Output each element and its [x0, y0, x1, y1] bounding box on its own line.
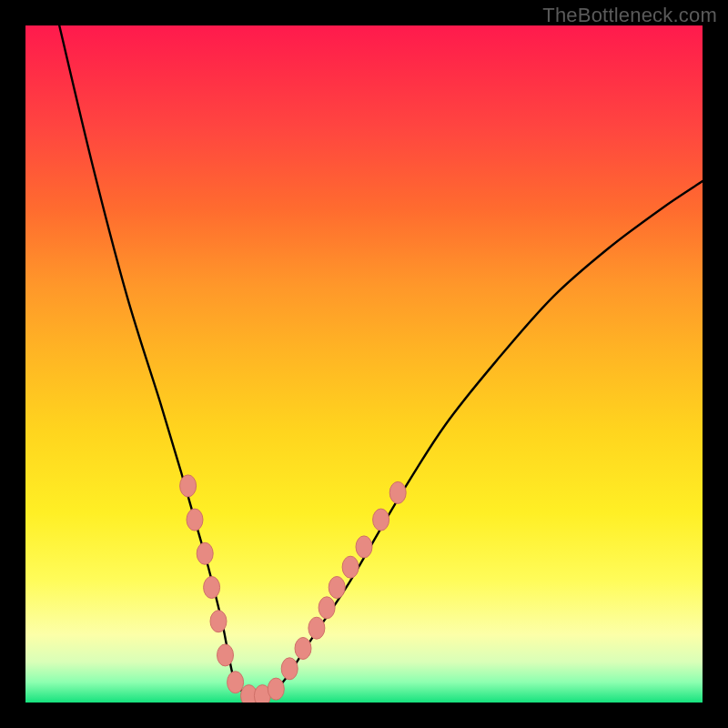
marker-point	[342, 556, 359, 578]
marker-point	[187, 509, 203, 531]
marker-point	[204, 577, 220, 599]
marker-point	[318, 597, 335, 619]
marker-point	[228, 672, 244, 693]
marker-point	[197, 542, 213, 564]
marker-point	[217, 644, 234, 666]
marker-point	[210, 611, 227, 632]
marker-point	[308, 617, 325, 639]
marker-point	[295, 638, 311, 660]
watermark-text: TheBottleneck.com	[542, 4, 717, 27]
chart-svg	[25, 25, 703, 703]
marker-point	[281, 658, 298, 680]
chart-frame: TheBottleneck.com	[0, 0, 728, 728]
marker-point	[356, 536, 372, 558]
marker-point	[329, 577, 345, 599]
marker-point	[389, 481, 406, 503]
bottleneck-curve	[59, 25, 703, 697]
plot-area	[25, 25, 703, 703]
marker-point	[180, 475, 197, 497]
marker-point	[373, 509, 389, 531]
highlight-markers	[180, 475, 407, 703]
marker-point	[268, 678, 284, 700]
